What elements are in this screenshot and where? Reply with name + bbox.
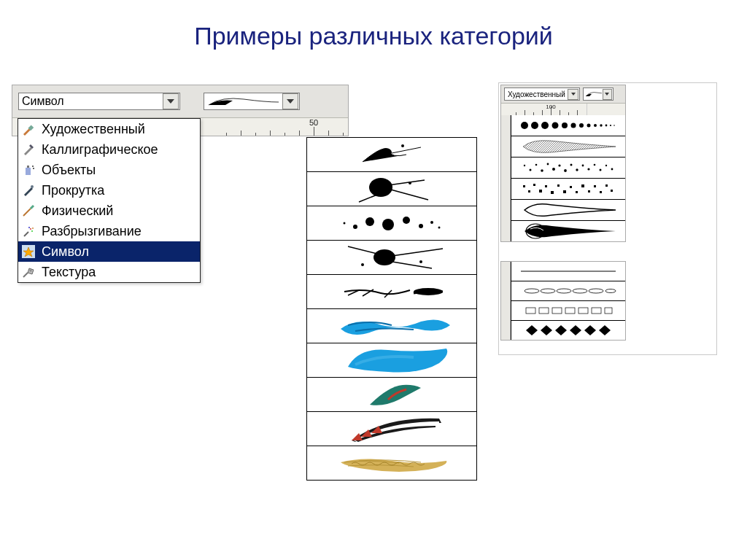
ruler-mark: 50 [309,118,318,127]
svg-point-78 [589,289,603,293]
brush-sample[interactable] [511,115,625,136]
category-dropdown-value: Символ [19,95,64,108]
dropdown-item-sprayer[interactable]: Разбрызгивание [18,221,200,241]
star-shape-icon [21,244,36,259]
paintbrush-icon [21,122,36,136]
brush-sample[interactable] [307,241,476,275]
svg-rect-1 [26,168,31,175]
brush-sample[interactable] [307,412,476,446]
brush-sample[interactable] [511,221,625,241]
dropdown-item-label: Прокрутка [42,183,104,198]
brush-sample[interactable] [307,206,476,241]
svg-rect-71 [611,190,613,192]
svg-point-48 [570,164,573,166]
svg-rect-81 [539,308,549,314]
svg-point-6 [30,228,31,230]
svg-point-36 [600,124,602,126]
svg-point-22 [438,227,441,229]
dropdown-item-symbol[interactable]: Символ [18,241,200,262]
dropdown-item-label: Физический [42,203,113,219]
chevron-down-icon[interactable] [568,89,578,100]
svg-point-28 [531,122,538,129]
brush-sample[interactable] [511,301,625,321]
svg-point-46 [558,164,560,166]
svg-point-7 [31,230,33,232]
brush-sample[interactable] [307,172,476,206]
texture-icon [21,265,36,279]
svg-rect-2 [27,166,29,168]
dropdown-item-label: Текстура [42,265,96,280]
svg-point-13 [369,178,392,197]
svg-point-76 [557,289,571,293]
svg-point-21 [344,222,346,225]
right-category-dropdown[interactable]: Художественный [504,88,580,101]
svg-rect-60 [545,185,547,187]
brush-sample[interactable] [307,378,476,412]
brush-sample[interactable] [307,309,476,343]
brush-sample[interactable] [511,262,625,281]
chevron-down-icon[interactable] [163,93,179,109]
dropdown-item-scroll[interactable]: Прокрутка [18,180,200,201]
svg-point-79 [605,289,616,293]
dropdown-item-calligraphic[interactable]: Каллиграфическое [18,139,200,160]
dropdown-item-artistic[interactable]: Художественный [18,119,200,139]
chevron-down-icon[interactable] [282,93,298,109]
svg-point-19 [419,224,423,228]
svg-point-11 [380,148,392,157]
feather-brush-icon [207,95,280,108]
svg-rect-80 [526,308,535,314]
brush-sample[interactable] [307,343,476,378]
svg-rect-66 [581,184,584,187]
brush-sample[interactable] [511,179,625,200]
brush-sample[interactable] [511,200,625,221]
dropdown-item-objects[interactable]: Объекты [18,160,200,180]
svg-point-4 [33,168,34,169]
category-dropdown[interactable]: Символ [18,93,180,110]
dropdown-item-texture[interactable]: Текстура [18,262,200,282]
brush-sample[interactable] [511,321,625,340]
right-gutter [501,115,511,241]
pen-nib-icon [21,142,36,157]
dropdown-item-label: Объекты [42,163,96,178]
spray-can-icon [21,163,36,177]
brush-sample[interactable] [511,136,625,158]
svg-rect-69 [600,191,602,193]
svg-point-37 [605,125,608,127]
svg-point-33 [579,123,584,128]
brush-sample[interactable] [511,158,625,179]
svg-point-3 [32,166,34,167]
chevron-down-icon[interactable] [603,89,612,100]
svg-point-34 [587,124,591,128]
svg-point-12 [401,144,404,147]
svg-point-38 [610,125,611,126]
svg-point-51 [587,168,589,170]
feather-brush-icon [585,90,602,98]
svg-point-9 [32,228,34,229]
brush-preview-dropdown[interactable] [204,93,300,110]
svg-rect-84 [578,308,588,314]
svg-rect-61 [551,191,554,194]
brush-sample[interactable] [307,138,476,172]
svg-rect-57 [528,190,530,192]
svg-point-32 [571,123,576,128]
svg-point-47 [564,169,567,172]
svg-rect-64 [570,186,572,188]
right-ruler: 100 [501,104,587,115]
right-brush-preview[interactable] [583,88,614,101]
dropdown-item-label: Каллиграфическое [42,142,158,158]
svg-point-75 [541,289,555,293]
svg-point-35 [594,124,597,127]
svg-point-44 [547,163,549,166]
brush-sample[interactable] [307,275,476,309]
svg-point-20 [430,221,433,224]
svg-point-30 [552,122,559,129]
svg-point-26 [414,288,443,295]
svg-rect-83 [565,308,575,314]
category-dropdown-list: Художественный Каллиграфическое Объекты … [18,118,201,283]
dropdown-item-physical[interactable]: Физический [18,201,200,221]
brush-sample[interactable] [307,446,476,480]
brush-sample[interactable] [511,281,625,301]
svg-rect-85 [592,308,601,314]
svg-point-23 [374,249,395,265]
pen-icon [21,183,36,198]
